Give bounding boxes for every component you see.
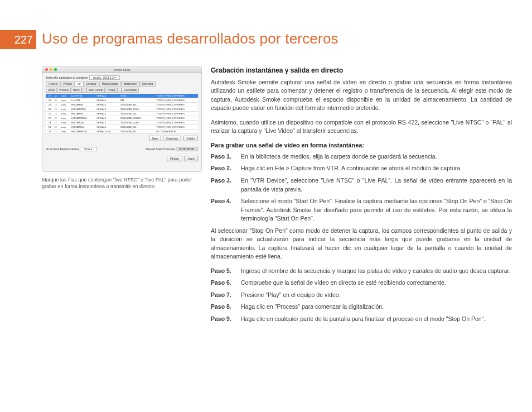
window-body: Select the application to configure: smo… — [42, 73, 201, 172]
section-heading: Grabación instantánea y salida en direct… — [211, 66, 512, 76]
step-label: Paso 7. — [211, 291, 236, 300]
table-header-cell: Input Format — [86, 88, 105, 93]
main-tab[interactable]: Licensing — [139, 82, 156, 87]
window-title: Smoke Setup — [42, 66, 201, 73]
main-tab[interactable]: Preview — [60, 82, 75, 87]
step-text: Presione "Play" en el equipo de vídeo. — [241, 291, 512, 300]
minimize-icon[interactable] — [50, 68, 52, 71]
step-text: Haga clic en cualquier parte de la panta… — [241, 315, 512, 324]
step-row: Paso 3.En "VTR Device", seleccione "Live… — [211, 176, 512, 194]
step-label: Paso 4. — [211, 197, 236, 223]
page-number-badge: 227 — [0, 30, 36, 49]
section-paragraph-2: Asimismo, cuando utilice un dispositivo … — [211, 118, 512, 136]
checkbox-icon[interactable] — [55, 108, 57, 111]
page-title: Uso de programas desarrollados por terce… — [42, 30, 338, 47]
new-button[interactable]: New — [149, 136, 161, 141]
table-header-cell: Active — [46, 88, 57, 93]
table-row[interactable]: 23sonyHDCAM24pSERIAL11920x1080_24SFYCBCR… — [46, 121, 198, 125]
zoom-icon[interactable] — [54, 68, 57, 71]
right-column: Grabación instantánea y salida en direct… — [211, 66, 512, 327]
table-row[interactable]: 20sonyHDCAM5994iSERIAL11920x1080_5994iYC… — [46, 107, 198, 112]
table-row[interactable]: 19sonyHDCAM60iSERIAL11920x1080_60iYCBCR_… — [46, 103, 198, 107]
step-label: Paso 9. — [211, 315, 236, 324]
timecode-label: Manual Start Timecode — [146, 147, 175, 151]
main-tab[interactable]: General — [46, 82, 60, 87]
checkbox-icon[interactable] — [55, 126, 57, 128]
step-row: Paso 8.Haga clic en "Process" para comen… — [211, 303, 512, 312]
table-header-cell: Protocol — [57, 88, 71, 93]
checkbox-icon[interactable] — [55, 103, 57, 106]
table-header-cell: Timing — [105, 88, 117, 93]
section-paragraph-1: Autodesk Smoke permite capturar una seña… — [211, 78, 512, 113]
checkbox-icon[interactable] — [55, 130, 57, 133]
step-text: Seleccione el modo "Start On Pen". Final… — [241, 197, 512, 223]
sub-heading: Para grabar una señal de vídeo en forma … — [211, 141, 512, 150]
step-row: Paso 6.Compruebe que la señal de vídeo e… — [211, 279, 512, 288]
step-label: Paso 5. — [211, 267, 236, 276]
main-tab[interactable]: Vtr — [75, 82, 84, 87]
timecode-field[interactable]: 00:00:00:00 — [176, 147, 198, 151]
checkbox-icon[interactable] — [55, 117, 57, 119]
select-app-label: Select the application to configure: — [46, 76, 88, 79]
step-label: Paso 6. — [211, 279, 236, 288]
left-column: Smoke Setup Select the application to co… — [42, 66, 202, 190]
archive-label: Vtr Archive Restore Device — [46, 147, 79, 151]
table-row[interactable]: 24sonyHDCAM25sfSERIAL11920x1080_50iYCBCR… — [46, 125, 198, 130]
figure-caption: Marque las filas que contengan "live NTS… — [42, 176, 202, 190]
step-text: Haga clic en "Process" para comenzar la … — [241, 303, 512, 312]
table-row[interactable]: 25sonyHDCAMSR 60iSERIALDUAL1920x1080_60i… — [46, 130, 198, 134]
table-row[interactable]: 18noneLive PALSERIAL1PALYCBCR_RGB_CONVER… — [46, 98, 198, 103]
table-row[interactable]: 22sonyHDCAM2398sfSERIAL11920x1080_2398SF… — [46, 116, 198, 121]
step-label: Paso 8. — [211, 303, 236, 312]
app-screenshot: Smoke Setup Select the application to co… — [42, 66, 202, 172]
table-header-cell: ColorSpace — [122, 88, 139, 93]
step-text: En la biblioteca de medios, elija la car… — [241, 152, 512, 161]
table-header-cell — [82, 88, 86, 93]
reload-button[interactable]: Reload — [167, 156, 182, 161]
step-text: Compruebe que la señal de vídeo en direc… — [241, 279, 512, 288]
table-row[interactable]: 21sonyHDCAM50iSERIAL11920x1080_50iYCBCR_… — [46, 112, 198, 116]
archive-dropdown[interactable]: None ▾ — [80, 147, 96, 151]
step-row: Paso 1.En la biblioteca de medios, elija… — [211, 152, 512, 161]
step-row: Paso 7.Presione "Play" en el equipo de v… — [211, 291, 512, 300]
step-text: En "VTR Device", seleccione "Live NTSC" … — [241, 176, 512, 194]
main-tab[interactable]: Emulator — [84, 82, 99, 87]
step-label: Paso 2. — [211, 164, 236, 173]
table-row[interactable]: 17noneLive NTSCSERIAL1NTSCYCBCR_RGB_CONV… — [46, 94, 198, 98]
table-header: ActiveProtocolNameInput FormatTimingColo… — [46, 88, 198, 93]
section-paragraph-3: Al seleccionar "Stop On Pen" como modo d… — [211, 227, 512, 261]
step-text: Haga clic en File > Capture from VTR. A … — [241, 164, 512, 173]
apply-button[interactable]: Apply — [184, 156, 198, 161]
main-tab[interactable]: Backburner — [121, 82, 139, 87]
table-header-cell: Name — [71, 88, 82, 93]
vtr-table: 17noneLive NTSCSERIAL1NTSCYCBCR_RGB_CONV… — [46, 94, 198, 134]
main-tab[interactable]: Media Storage — [99, 82, 121, 87]
window-titlebar: Smoke Setup — [42, 66, 201, 73]
checkbox-icon[interactable] — [55, 112, 57, 115]
step-label: Paso 3. — [211, 176, 236, 194]
checkbox-icon[interactable] — [55, 99, 57, 102]
table-header-cell — [117, 88, 122, 93]
step-row: Paso 2.Haga clic en File > Capture from … — [211, 164, 512, 173]
duplicate-button[interactable]: Duplicate — [163, 136, 181, 141]
step-label: Paso 1. — [211, 152, 236, 161]
checkbox-icon[interactable] — [55, 121, 57, 124]
checkbox-icon[interactable] — [55, 94, 57, 97]
step-text: Ingrese el nombre de la secuencia y marq… — [241, 267, 512, 276]
select-app-dropdown[interactable]: smoke_2013.2.2 ▾ — [89, 75, 120, 80]
delete-button[interactable]: Delete — [183, 136, 198, 141]
step-row: Paso 5.Ingrese el nombre de la secuencia… — [211, 267, 512, 276]
step-row: Paso 4.Seleccione el modo "Start On Pen"… — [211, 197, 512, 223]
step-row: Paso 9.Haga clic en cualquier parte de l… — [211, 315, 512, 324]
main-tabs: GeneralPreviewVtrEmulatorMedia StorageBa… — [46, 82, 198, 87]
close-icon[interactable] — [45, 68, 48, 71]
